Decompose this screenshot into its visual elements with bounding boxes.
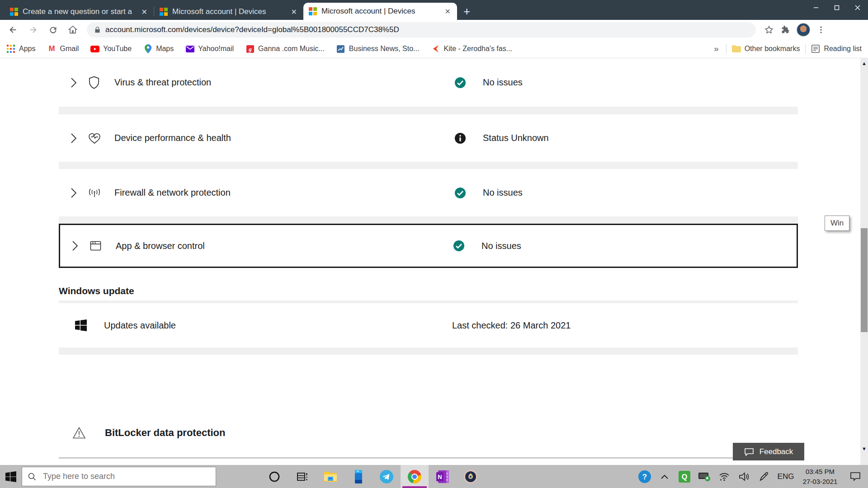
taskbar-search[interactable]	[22, 467, 216, 486]
cortana-button[interactable]	[260, 465, 288, 488]
close-icon[interactable]: ✕	[444, 7, 452, 16]
reading-list[interactable]: Reading list	[811, 44, 862, 53]
cortana-icon	[269, 471, 280, 483]
display-leaf-icon	[698, 472, 711, 482]
get-help-button[interactable]: ?	[635, 465, 655, 488]
windows-update-heading: Windows update	[59, 286, 134, 296]
language-indicator[interactable]: ENG	[774, 472, 797, 481]
wifi-tray-button[interactable]	[714, 465, 734, 488]
bookmark-gaana[interactable]: g Ganna .com Music...	[245, 44, 325, 53]
address-bar[interactable]: account.microsoft.com/devices/device?dev…	[87, 22, 756, 38]
security-item-status: No issues	[483, 188, 523, 198]
bookmark-business-news[interactable]: Business News, Sto...	[336, 44, 420, 53]
row-gap	[59, 162, 798, 169]
bookmark-apps[interactable]: Apps	[6, 44, 35, 53]
emblem-app-button[interactable]	[457, 465, 485, 488]
display-battery-tray-button[interactable]	[694, 465, 714, 488]
menu-dots-icon[interactable]	[816, 25, 826, 34]
tab-create-question[interactable]: Create a new question or start a ✕	[5, 4, 154, 20]
windows-logo-icon	[75, 319, 87, 331]
browser-tab-strip: Create a new question or start a ✕ Micro…	[0, 0, 868, 20]
security-row-firewall[interactable]: Firewall & network protection No issues	[59, 169, 798, 216]
bookmark-youtube[interactable]: YouTube	[90, 44, 132, 53]
chevron-right-icon[interactable]	[70, 187, 82, 199]
windows-ink-button[interactable]	[754, 465, 774, 488]
security-row-performance[interactable]: Device performance & health Status Unkno…	[59, 114, 798, 162]
security-item-label: App & browser control	[116, 241, 453, 251]
task-view-button[interactable]	[288, 465, 316, 488]
scrollbar-down-icon[interactable]: ▼	[860, 445, 868, 452]
updates-label: Updates available	[104, 320, 452, 331]
network-icon	[88, 187, 102, 199]
chevron-right-icon[interactable]	[70, 132, 82, 144]
clock-date: 27-03-2021	[797, 477, 843, 487]
feedback-button[interactable]: Feedback	[733, 443, 804, 460]
search-icon	[28, 472, 37, 481]
onenote-button[interactable]: N	[429, 465, 457, 488]
speaker-icon	[738, 472, 750, 482]
start-button[interactable]	[0, 465, 22, 488]
bookmark-label: Reading list	[824, 45, 862, 53]
tray-expand-button[interactable]	[655, 465, 675, 488]
bookmark-gmail[interactable]: M Gmail	[47, 44, 79, 53]
home-icon[interactable]	[64, 21, 81, 38]
other-bookmarks[interactable]: Other bookmarks	[732, 44, 800, 53]
reload-icon[interactable]	[44, 21, 61, 38]
bitlocker-heading-row: BitLocker data protection	[59, 427, 798, 439]
browser-scrollbar[interactable]: ▲ ▼	[860, 58, 868, 465]
extensions-icon[interactable]	[780, 25, 790, 35]
your-phone-button[interactable]	[344, 465, 373, 488]
url-text: account.microsoft.com/devices/device?dev…	[105, 25, 399, 34]
security-item-status: Status Unknown	[483, 133, 549, 143]
action-center-button[interactable]	[843, 465, 868, 488]
forward-icon[interactable]	[24, 21, 42, 38]
kite-icon	[431, 44, 440, 53]
start-icon	[5, 471, 16, 482]
new-tab-icon[interactable]: +	[463, 6, 470, 16]
close-icon[interactable]: ✕	[141, 8, 148, 16]
taskbar-search-input[interactable]	[43, 472, 197, 481]
app-browser-icon	[90, 240, 103, 251]
task-view-icon	[297, 471, 308, 482]
window-close-icon[interactable]	[847, 0, 868, 15]
telegram-button[interactable]	[373, 465, 401, 488]
minimize-icon[interactable]	[806, 0, 826, 15]
emblem-icon	[464, 470, 477, 483]
bookmark-label: Other bookmarks	[745, 45, 800, 53]
youtube-icon	[90, 44, 99, 53]
file-explorer-button[interactable]	[316, 465, 344, 488]
close-icon[interactable]: ✕	[290, 8, 298, 16]
bookmark-maps[interactable]: Maps	[143, 44, 174, 53]
bookmark-label: Yahoo!mail	[198, 45, 234, 53]
bookmarks-right: » Other bookmarks Reading list	[714, 44, 862, 54]
section-gap	[59, 347, 798, 355]
scrollbar-thumb[interactable]	[861, 228, 868, 332]
microsoft-logo-favicon	[309, 7, 317, 15]
bookmark-star-icon[interactable]	[764, 25, 774, 35]
lock-icon	[94, 26, 101, 34]
quickheal-tray-button[interactable]: Q	[675, 465, 694, 488]
updates-available-row[interactable]: Updates available Last checked: 26 March…	[59, 303, 798, 347]
window-controls	[806, 0, 868, 15]
volume-tray-button[interactable]	[734, 465, 754, 488]
chevron-right-icon[interactable]	[71, 240, 83, 252]
scrollbar-up-icon[interactable]: ▲	[860, 59, 868, 67]
tab-title: Microsoft account | Devices	[172, 7, 286, 16]
security-row-app-browser-selected[interactable]: App & browser control No issues	[59, 224, 798, 268]
maps-icon	[143, 44, 152, 53]
maximize-icon[interactable]	[826, 0, 847, 15]
bookmark-yahoo-mail[interactable]: Yahoo!mail	[185, 44, 234, 53]
bookmark-kite[interactable]: Kite - Zerodha's fas...	[431, 44, 512, 53]
tab-ms-account-2-active[interactable]: Microsoft account | Devices ✕	[303, 3, 457, 20]
tab-ms-account-1[interactable]: Microsoft account | Devices ✕	[154, 4, 303, 20]
profile-avatar[interactable]	[797, 23, 810, 37]
overflow-chevrons-icon[interactable]: »	[714, 44, 719, 54]
chrome-button-active[interactable]	[401, 465, 429, 488]
security-item-label: Virus & threat protection	[114, 77, 454, 88]
clock[interactable]: 03:45 PM 27-03-2021	[797, 467, 843, 487]
chevron-right-icon[interactable]	[70, 77, 82, 89]
svg-text:g: g	[248, 46, 252, 52]
win-tooltip: Win	[825, 216, 849, 231]
security-row-virus[interactable]: Virus & threat protection No issues	[59, 58, 798, 107]
back-icon[interactable]	[5, 21, 22, 38]
